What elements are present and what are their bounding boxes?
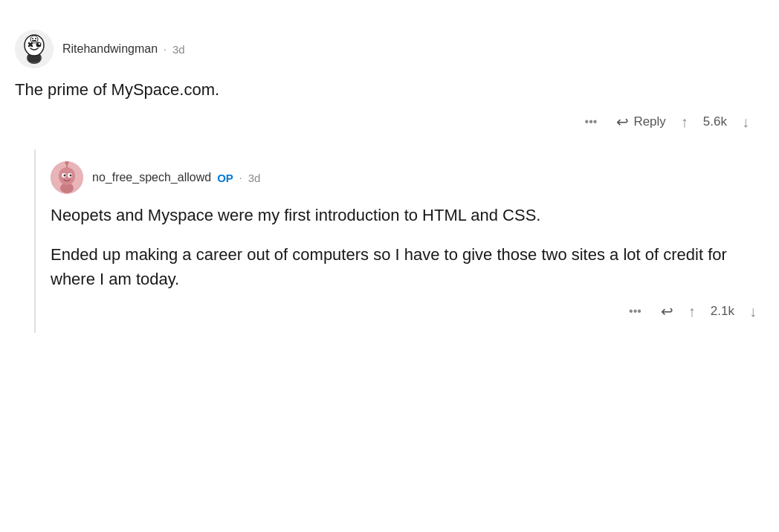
- svg-rect-11: [32, 40, 36, 42]
- timestamp-1: 3d: [172, 43, 185, 56]
- reply-arrow-icon-1: ↩: [616, 113, 629, 131]
- avatar-no-free-spech: [51, 161, 83, 194]
- upvote-icon-1[interactable]: ↑: [681, 114, 688, 131]
- body-line-1: Neopets and Myspace were my first introd…: [51, 203, 764, 227]
- dots-icon-2: •••: [629, 305, 641, 318]
- svg-point-18: [70, 175, 72, 177]
- username-1: Ritehandwingman: [62, 42, 158, 56]
- user-info-1: Ritehandwingman · 3d: [62, 42, 185, 56]
- comment-header-1: Ritehandwingman · 3d: [15, 30, 764, 68]
- reply-label-1: Reply: [633, 114, 665, 129]
- comment-body-2: Neopets and Myspace were my first introd…: [51, 203, 764, 291]
- reply-arrow-icon-2: ↩: [661, 302, 673, 320]
- timestamp-2: 3d: [248, 172, 261, 184]
- username-2: no_free_spech_allowd: [92, 171, 211, 184]
- comment-header-2: no_free_spech_allowd OP · 3d: [51, 161, 764, 194]
- svg-point-14: [59, 167, 75, 185]
- downvote-icon-2[interactable]: ↓: [749, 303, 757, 320]
- svg-point-9: [32, 38, 33, 39]
- comment-1: Ritehandwingman · 3d The prime of MySpac…: [15, 18, 764, 143]
- vote-count-2: 2.1k: [711, 304, 734, 319]
- downvote-icon-1[interactable]: ↓: [742, 114, 749, 131]
- reply-button-1[interactable]: ↩ Reply: [616, 113, 665, 131]
- upvote-icon-2[interactable]: ↑: [688, 303, 696, 320]
- svg-point-6: [36, 42, 42, 48]
- dots-icon-1: •••: [585, 115, 598, 129]
- svg-point-17: [64, 175, 66, 177]
- user-info-2: no_free_spech_allowd OP · 3d: [92, 171, 260, 184]
- nested-comment-container: no_free_spech_allowd OP · 3d Neopets and…: [34, 149, 764, 333]
- comment-body-1: The prime of MySpace.com.: [15, 77, 764, 102]
- svg-point-7: [39, 43, 40, 45]
- more-options-button-1[interactable]: •••: [581, 112, 602, 132]
- op-badge: OP: [217, 172, 233, 184]
- svg-point-10: [35, 38, 36, 39]
- body-line-2: Ended up making a career out of computer…: [51, 242, 764, 291]
- avatar-ritehandwingman: [15, 30, 54, 68]
- svg-point-8: [30, 36, 38, 43]
- vote-count-1: 5.6k: [703, 114, 727, 129]
- comment-2: no_free_spech_allowd OP · 3d Neopets and…: [51, 149, 764, 333]
- more-options-button-2[interactable]: •••: [624, 302, 646, 321]
- comment-actions-1: ••• ↩ Reply ↑ 5.6k ↓: [15, 112, 764, 132]
- reply-button-2[interactable]: ↩: [661, 302, 673, 320]
- comment-actions-2: ••• ↩ ↑ 2.1k ↓: [51, 302, 764, 321]
